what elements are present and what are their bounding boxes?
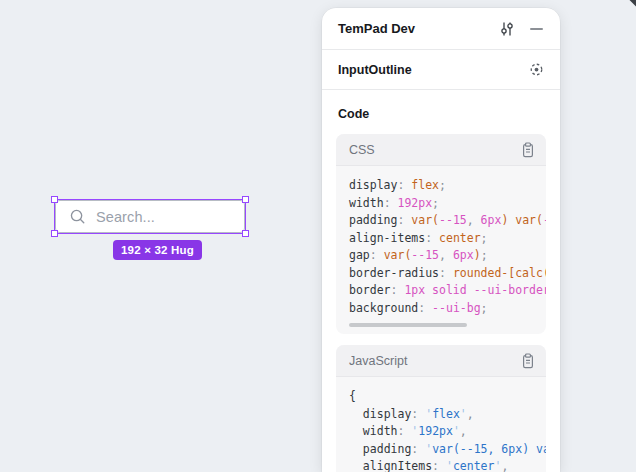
code-content[interactable]: { display: 'flex', width: '192px', paddi… xyxy=(336,377,546,472)
code-line: background: --ui-bg; xyxy=(349,300,546,318)
minimize-button[interactable] xyxy=(530,28,543,30)
locate-component-button[interactable] xyxy=(529,62,544,77)
code-block-css: CSS display: flex;width: 192px;padding: … xyxy=(336,134,546,334)
code-line: gap: var(--15, 6px); xyxy=(349,247,546,265)
component-name: InputOutline xyxy=(338,63,529,77)
code-line: width: '192px', xyxy=(349,423,546,441)
copy-code-button[interactable] xyxy=(521,142,535,158)
code-line: display: flex; xyxy=(349,177,546,195)
search-input-component[interactable]: Search... xyxy=(55,200,245,233)
figma-canvas: Search... 192 × 32 Hug TemPad Dev xyxy=(0,0,636,472)
selection-handle-bottom-left[interactable] xyxy=(51,230,58,237)
sliders-icon xyxy=(499,21,515,37)
selected-component-row: InputOutline xyxy=(322,50,560,90)
code-line: alignItems: 'center', xyxy=(349,458,546,472)
minus-icon xyxy=(530,28,543,30)
code-line: align-items: center; xyxy=(349,230,546,248)
code-line: padding: 'var(--15, 6px) var(--15, 6px)'… xyxy=(349,441,546,459)
code-block-language-label: CSS xyxy=(349,143,521,157)
copy-code-button[interactable] xyxy=(521,353,535,369)
code-line: display: 'flex', xyxy=(349,406,546,424)
code-line: border: 1px solid --ui-border-muted; xyxy=(349,282,546,300)
selection-handle-bottom-right[interactable] xyxy=(242,230,249,237)
magnifier-icon xyxy=(69,208,87,226)
scrollbar-thumb[interactable] xyxy=(349,323,467,327)
code-block-header: CSS xyxy=(336,134,546,166)
selection-handle-top-right[interactable] xyxy=(242,196,249,203)
code-line: padding: var(--15, 6px) var(--15, 6px); xyxy=(349,212,546,230)
code-block-javascript: JavaScript { display: 'flex', width: '19… xyxy=(336,345,546,472)
code-line: border-radius: rounded-[calc(var(--round… xyxy=(349,265,546,283)
copy-icon xyxy=(521,353,535,369)
code-content[interactable]: display: flex;width: 192px;padding: var(… xyxy=(336,166,546,321)
selection-handle-top-left[interactable] xyxy=(51,196,58,203)
search-placeholder: Search... xyxy=(96,209,155,225)
size-badge: 192 × 32 Hug xyxy=(113,240,202,260)
panel-header: TemPad Dev xyxy=(322,8,560,50)
target-icon xyxy=(529,62,544,77)
code-line: { xyxy=(349,388,546,406)
code-block-header: JavaScript xyxy=(336,345,546,377)
preferences-button[interactable] xyxy=(499,21,515,37)
cursor-fragment xyxy=(628,0,636,8)
code-block-language-label: JavaScript xyxy=(349,354,521,368)
horizontal-scrollbar[interactable] xyxy=(349,323,546,327)
panel-title: TemPad Dev xyxy=(338,21,484,36)
code-section-title: Code xyxy=(338,107,546,121)
code-section: Code CSS display: flex;width: 192px;padd… xyxy=(322,90,560,472)
copy-icon xyxy=(521,142,535,158)
code-line: width: 192px; xyxy=(349,195,546,213)
tempad-dev-panel: TemPad Dev InputOutline xyxy=(322,8,560,472)
